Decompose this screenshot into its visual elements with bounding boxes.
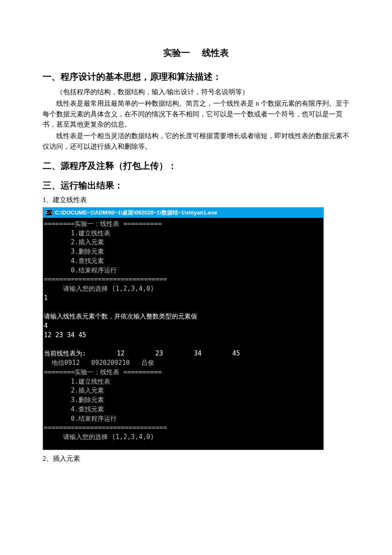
para-2: 线性表是最常用且最简单的一种数据结构。简言之，一个线性表是 n 个数据元素的有限… — [43, 98, 349, 130]
console-line: 0.结束程序运行 — [44, 266, 117, 274]
console-line: 请输入您的选择 (1,2,3,4,0) — [44, 433, 154, 441]
console-line: 0.结束程序运行 — [44, 415, 117, 422]
title-part-a: 实验一 — [163, 48, 190, 58]
console-line: ========实验一：线性表 ========== — [44, 220, 162, 228]
console-line: 地信0912 0920209210 吕俊 — [44, 359, 154, 367]
console-line: 2.插入元素 — [44, 238, 104, 246]
subhead-2: 2、插入元素 — [43, 454, 349, 463]
console-line: ================================ — [44, 275, 167, 283]
console-line: 2.插入元素 — [44, 387, 104, 394]
console-line: ================================ — [44, 424, 167, 431]
console-line: 1 — [44, 294, 48, 302]
subhead-1: 1、建立线性表 — [43, 196, 349, 205]
console-line: 当前线性表为: 12 23 34 45 — [44, 350, 240, 357]
console-line: 12 23 34 45 — [44, 331, 86, 339]
console-line: 3.删除元素 — [44, 248, 104, 255]
console-window: C:\ C:\DOCUME~1\ADMINI~1\桌面\092020~1\数据结… — [43, 207, 324, 450]
para-1: （包括程序的结构，数据结构，输入/输出设计，符号名说明等） — [43, 87, 349, 98]
page-title: 实验一线性表 — [43, 47, 349, 59]
console-title-text: C:\DOCUME~1\ADMINI~1\桌面\092020~1\数据结~1\s… — [55, 209, 217, 217]
cmd-icon: C:\ — [46, 210, 52, 216]
console-line: 4.查找元素 — [44, 257, 104, 265]
console-titlebar: C:\ C:\DOCUME~1\ADMINI~1\桌面\092020~1\数据结… — [43, 208, 323, 218]
title-part-b: 线性表 — [202, 48, 229, 58]
console-line: 4.查找元素 — [44, 405, 104, 413]
console-body: ========实验一：线性表 ========== 1.建立线性表 2.插入元… — [43, 218, 323, 450]
console-line: 1.建立线性表 — [44, 378, 110, 385]
section3-heading: 三、运行输出结果： — [43, 179, 349, 191]
section1-heading: 一、程序设计的基本思想，原理和算法描述： — [43, 71, 349, 83]
section2-heading: 二、源程序及注释（打包上传）： — [43, 160, 349, 172]
console-line: 请输入您的选择 (1,2,3,4,0) — [44, 285, 154, 292]
console-line: 请输入线性表元素个数，并依次输入整数类型的元素值 — [44, 312, 197, 320]
console-line: ========实验一：线性表 ========== — [44, 368, 162, 376]
console-line: 3.删除元素 — [44, 396, 104, 404]
console-line: 1.建立线性表 — [44, 229, 110, 237]
console-line: 4 — [44, 322, 48, 330]
para-3: 线性表是一个相当灵活的数据结构，它的长度可根据需要增长或者缩短，即对线性表的数据… — [43, 131, 349, 152]
